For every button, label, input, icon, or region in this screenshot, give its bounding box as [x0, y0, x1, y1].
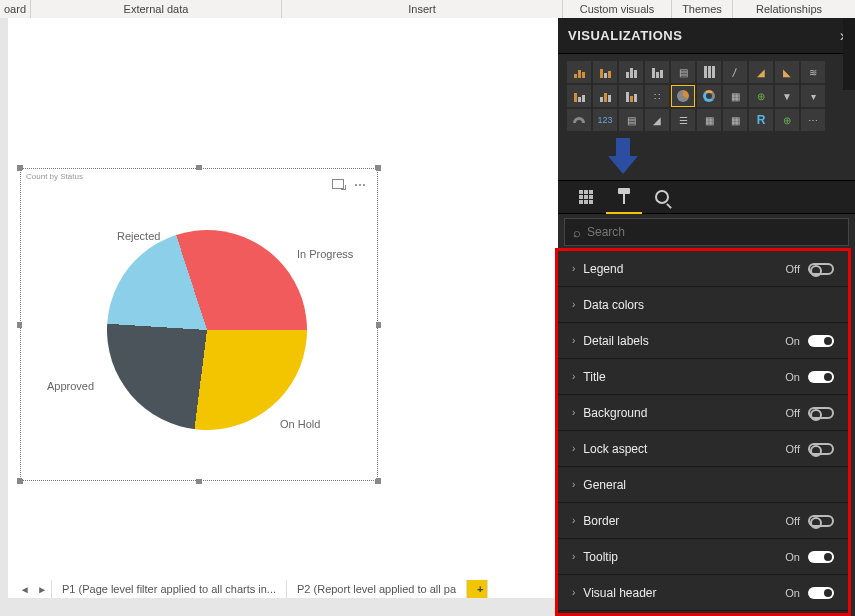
viz-clustered-column[interactable] — [645, 61, 669, 83]
viz-stacked-column[interactable] — [619, 61, 643, 83]
analytics-tab[interactable] — [644, 180, 680, 214]
ribbon-tab-insert[interactable]: Insert — [282, 0, 562, 18]
format-search[interactable]: ⌕ — [564, 218, 849, 246]
format-item-label: Border — [583, 514, 785, 528]
viz-donut[interactable] — [697, 85, 721, 107]
toggle-state-label: Off — [786, 263, 800, 275]
toggle-state-label: Off — [786, 443, 800, 455]
ribbon-tab-relationships[interactable]: Relationships — [733, 0, 845, 18]
pie-chart-visual[interactable]: Count by Status In ProgressOn HoldApprov… — [22, 170, 376, 479]
toggle-switch[interactable] — [808, 587, 834, 599]
format-item-label: Lock aspect — [583, 442, 785, 456]
viz-waterfall[interactable] — [619, 85, 643, 107]
toggle-state-label: Off — [786, 407, 800, 419]
format-item-visual-header[interactable]: ›Visual headerOn — [558, 575, 848, 611]
viz-slicer[interactable]: ☰ — [671, 109, 695, 131]
ribbon-tab-external-data[interactable]: External data — [31, 0, 281, 18]
viz-treemap[interactable]: ▦ — [723, 85, 747, 107]
pie-slices — [81, 204, 333, 456]
viz-table[interactable]: ▦ — [697, 109, 721, 131]
page-next-icon[interactable]: ► — [37, 584, 47, 595]
viz-r-script[interactable]: R — [749, 109, 773, 131]
viz-line-stacked[interactable] — [593, 85, 617, 107]
viz-stacked-bar[interactable] — [567, 61, 591, 83]
viz-arcgis[interactable]: ⊕ — [775, 109, 799, 131]
right-edge-strip — [843, 18, 855, 90]
visual-title: Count by Status — [26, 172, 83, 181]
format-item-detail-labels[interactable]: ›Detail labelsOn — [558, 323, 848, 359]
focus-mode-icon[interactable] — [332, 178, 344, 192]
viz-map[interactable]: ⊕ — [749, 85, 773, 107]
viz-multi-row-card[interactable]: ▤ — [619, 109, 643, 131]
format-item-border[interactable]: ›BorderOff — [558, 503, 848, 539]
visualizations-panel: VISUALIZATIONS › ▤ 〳 ◢ ◣ ≋ ∷ ▦ ⊕ ▼ ▾ 123… — [558, 18, 855, 616]
chevron-right-icon: › — [572, 407, 575, 418]
viz-line[interactable]: 〳 — [723, 61, 747, 83]
viz-filled-map[interactable]: ▼ — [775, 85, 799, 107]
chevron-right-icon: › — [572, 299, 575, 310]
chevron-right-icon: › — [572, 335, 575, 346]
fields-tab[interactable] — [568, 180, 604, 214]
toggle-switch[interactable] — [808, 443, 834, 455]
viz-kpi[interactable]: ◢ — [645, 109, 669, 131]
more-options-icon[interactable] — [354, 178, 366, 192]
ribbon-tab-themes[interactable]: Themes — [672, 0, 732, 18]
pie-label: Approved — [47, 380, 94, 392]
report-canvas[interactable]: Count by Status In ProgressOn HoldApprov… — [0, 18, 558, 616]
report-page[interactable]: Count by Status In ProgressOn HoldApprov… — [8, 18, 558, 598]
format-item-label: Data colors — [583, 298, 834, 312]
toggle-switch[interactable] — [808, 515, 834, 527]
format-item-label: Tooltip — [583, 550, 785, 564]
viz-area[interactable]: ◢ — [749, 61, 773, 83]
toggle-switch[interactable] — [808, 407, 834, 419]
viz-card[interactable]: 123 — [593, 109, 617, 131]
toggle-state-label: Off — [786, 515, 800, 527]
format-item-label: Detail labels — [583, 334, 785, 348]
chevron-right-icon: › — [572, 263, 575, 274]
viz-import-custom[interactable]: ⋯ — [801, 109, 825, 131]
format-item-background[interactable]: ›BackgroundOff — [558, 395, 848, 431]
panel-header[interactable]: VISUALIZATIONS › — [558, 18, 855, 54]
fields-icon — [579, 190, 593, 204]
format-item-general[interactable]: ›General — [558, 467, 848, 503]
format-item-tooltip[interactable]: ›TooltipOn — [558, 539, 848, 575]
page-tab-2[interactable]: P2 (Report level applied to all pa — [287, 580, 467, 598]
chevron-right-icon: › — [572, 371, 575, 382]
toggle-switch[interactable] — [808, 263, 834, 275]
ribbon-tab-custom-visuals[interactable]: Custom visuals — [563, 0, 671, 18]
viz-scatter[interactable]: ∷ — [645, 85, 669, 107]
viz-line-clustered[interactable] — [567, 85, 591, 107]
format-item-lock-aspect[interactable]: ›Lock aspectOff — [558, 431, 848, 467]
chevron-right-icon: › — [572, 551, 575, 562]
ribbon-tab-dashboard[interactable]: oard — [0, 0, 30, 18]
viz-matrix[interactable]: ▦ — [723, 109, 747, 131]
page-tab-1[interactable]: P1 (Page level filter applied to all cha… — [52, 580, 287, 598]
add-page-button[interactable]: + — [467, 580, 488, 598]
format-item-label: Legend — [583, 262, 785, 276]
format-item-title[interactable]: ›TitleOn — [558, 359, 848, 395]
chevron-right-icon: › — [572, 479, 575, 490]
viz-gauge[interactable] — [567, 109, 591, 131]
viz-ribbon[interactable]: ≋ — [801, 61, 825, 83]
viz-100-stacked-column[interactable] — [697, 61, 721, 83]
toggle-switch[interactable] — [808, 335, 834, 347]
visuals-gallery: ▤ 〳 ◢ ◣ ≋ ∷ ▦ ⊕ ▼ ▾ 123 ▤ ◢ ☰ ▦ ▦ R ⊕ ⋯ — [562, 54, 842, 134]
format-item-label: Title — [583, 370, 785, 384]
format-item-legend[interactable]: ›LegendOff — [558, 251, 848, 287]
toggle-state-label: On — [785, 551, 800, 563]
toggle-switch[interactable] — [808, 551, 834, 563]
toggle-switch[interactable] — [808, 371, 834, 383]
viz-funnel[interactable]: ▾ — [801, 85, 825, 107]
viz-stacked-area[interactable]: ◣ — [775, 61, 799, 83]
format-tab[interactable] — [606, 180, 642, 214]
format-item-data-colors[interactable]: ›Data colors — [558, 287, 848, 323]
search-icon: ⌕ — [573, 225, 581, 240]
format-item-label: General — [583, 478, 834, 492]
search-input[interactable] — [587, 225, 840, 239]
page-nav-arrows[interactable]: ◄ ► — [16, 580, 52, 598]
viz-100-stacked-bar[interactable]: ▤ — [671, 61, 695, 83]
viz-clustered-bar[interactable] — [593, 61, 617, 83]
toggle-state-label: On — [785, 335, 800, 347]
page-prev-icon[interactable]: ◄ — [20, 584, 30, 595]
viz-pie[interactable] — [671, 85, 695, 107]
